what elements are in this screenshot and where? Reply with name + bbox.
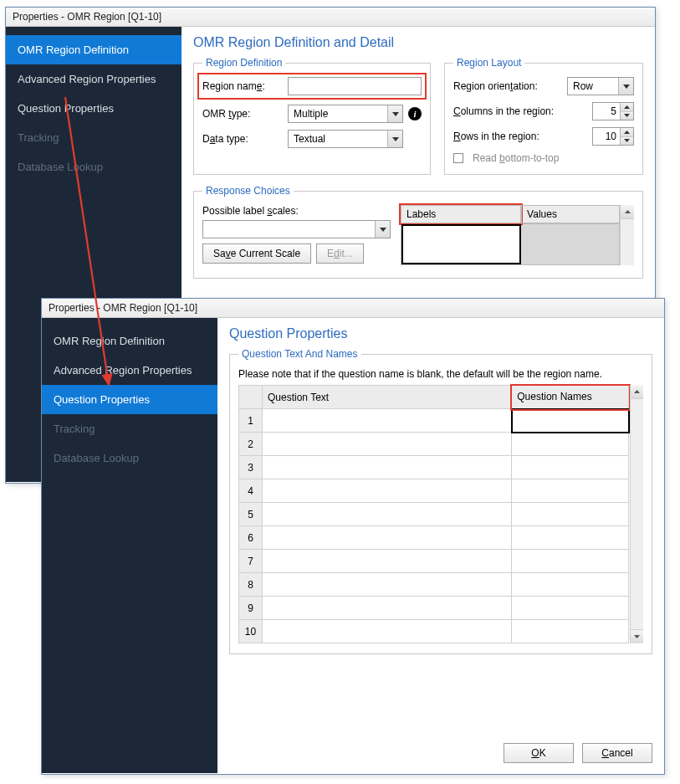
sidebar-item-tracking[interactable]: Tracking [42, 414, 217, 443]
properties-window-2: Properties - OMR Region [Q1-10] OMR Regi… [41, 298, 665, 775]
chevron-down-icon [387, 131, 402, 147]
table-row[interactable]: 9 [239, 597, 629, 620]
orientation-combo[interactable]: Row [567, 77, 634, 95]
window-title: Properties - OMR Region [Q1-10] [6, 8, 655, 27]
scrollbar[interactable] [630, 385, 643, 643]
sidebar-item-question-properties[interactable]: Question Properties [6, 94, 182, 123]
table-row[interactable]: 3 [239, 456, 629, 479]
table-row[interactable]: 2 [239, 433, 629, 456]
info-icon[interactable]: i [408, 107, 422, 120]
note-text: Please note that if the question name is… [238, 368, 643, 380]
omr-type-value: Multiple [294, 108, 328, 120]
columns-label: Columns in the region: [453, 105, 562, 117]
values-column-header[interactable]: Values [521, 205, 620, 223]
sidebar-item-question-properties[interactable]: Question Properties [42, 385, 217, 414]
question-table: Question Text Question Names 1 2 3 4 5 6… [238, 385, 630, 643]
sidebar: OMR Region Definition Advanced Region Pr… [42, 318, 217, 773]
spin-up-icon[interactable] [621, 128, 633, 137]
sidebar-item-omr-region-definition[interactable]: OMR Region Definition [6, 35, 182, 64]
chevron-down-icon [375, 221, 390, 238]
question-text-header[interactable]: Question Text [263, 386, 512, 409]
read-bottom-to-top-checkbox[interactable] [453, 153, 463, 163]
page-title: OMR Region Definition and Detail [193, 35, 643, 50]
window-title: Properties - OMR Region [Q1-10] [42, 299, 664, 318]
columns-spinner[interactable] [592, 102, 634, 120]
rows-spinner[interactable] [592, 127, 634, 146]
data-type-label: Data type: [202, 133, 283, 145]
legend-region-layout: Region Layout [453, 57, 524, 69]
rownum-header [239, 386, 263, 409]
sidebar-item-database-lookup[interactable]: Database Lookup [42, 443, 217, 473]
spin-up-icon[interactable] [621, 103, 633, 112]
possible-scales-combo[interactable] [202, 220, 391, 238]
scroll-up-icon[interactable] [621, 205, 634, 219]
table-row[interactable]: 8 [239, 573, 629, 597]
table-row[interactable]: 1 [239, 409, 629, 433]
possible-scales-label: Possible label scales: [202, 205, 391, 217]
group-region-definition: Region Definition Region name: OMR type:… [193, 57, 431, 175]
cancel-button[interactable]: Cancel [582, 743, 652, 763]
spin-down-icon[interactable] [621, 137, 633, 146]
omr-type-label: OMR type: [202, 108, 283, 120]
data-type-combo[interactable]: Textual [288, 130, 403, 148]
region-name-label: Region name: [202, 80, 283, 92]
scrollbar[interactable] [620, 205, 634, 265]
chevron-down-icon [618, 78, 633, 95]
page-title: Question Properties [229, 326, 652, 341]
read-bottom-to-top-label: Read bottom-to-top [473, 152, 559, 164]
sidebar-item-database-lookup[interactable]: Database Lookup [6, 152, 182, 182]
table-row[interactable]: 7 [239, 550, 629, 573]
legend-question-text-and-names: Question Text And Names [238, 348, 361, 360]
chevron-down-icon [387, 105, 402, 122]
spin-down-icon[interactable] [621, 112, 633, 120]
region-name-input[interactable] [288, 77, 422, 95]
table-row[interactable]: 6 [239, 526, 629, 550]
ok-button[interactable]: OK [504, 743, 574, 763]
table-row[interactable]: 4 [239, 479, 629, 503]
group-question-text-and-names: Question Text And Names Please note that… [229, 348, 652, 654]
values-cell[interactable] [521, 224, 619, 264]
omr-type-combo[interactable]: Multiple [288, 105, 403, 123]
labels-column-header[interactable]: Labels [401, 205, 521, 223]
data-type-value: Textual [294, 133, 325, 145]
group-region-layout: Region Layout Region orientation: Row Co… [444, 57, 643, 175]
scroll-up-icon[interactable] [631, 385, 643, 399]
table-row[interactable]: 10 [239, 620, 629, 643]
table-row[interactable]: 5 [239, 503, 629, 526]
group-response-choices: Response Choices Possible label scales: … [193, 185, 643, 279]
columns-value[interactable] [593, 103, 620, 120]
scroll-down-icon[interactable] [631, 629, 643, 643]
labels-cell[interactable] [401, 224, 521, 264]
edit-button[interactable]: Edit... [316, 243, 364, 264]
sidebar-item-advanced-region-properties[interactable]: Advanced Region Properties [42, 356, 217, 385]
legend-response-choices: Response Choices [202, 185, 294, 197]
orientation-value: Row [573, 80, 593, 92]
rows-value[interactable] [593, 128, 620, 145]
rows-label: Rows in the region: [453, 131, 562, 142]
sidebar-item-tracking[interactable]: Tracking [6, 123, 182, 152]
sidebar-item-omr-region-definition[interactable]: OMR Region Definition [42, 326, 217, 356]
orientation-label: Region orientation: [453, 80, 562, 92]
sidebar-item-advanced-region-properties[interactable]: Advanced Region Properties [6, 64, 182, 94]
save-current-scale-button[interactable]: Save Current Scale [202, 243, 311, 264]
question-names-header[interactable]: Question Names [512, 386, 629, 409]
legend-region-definition: Region Definition [202, 57, 285, 69]
